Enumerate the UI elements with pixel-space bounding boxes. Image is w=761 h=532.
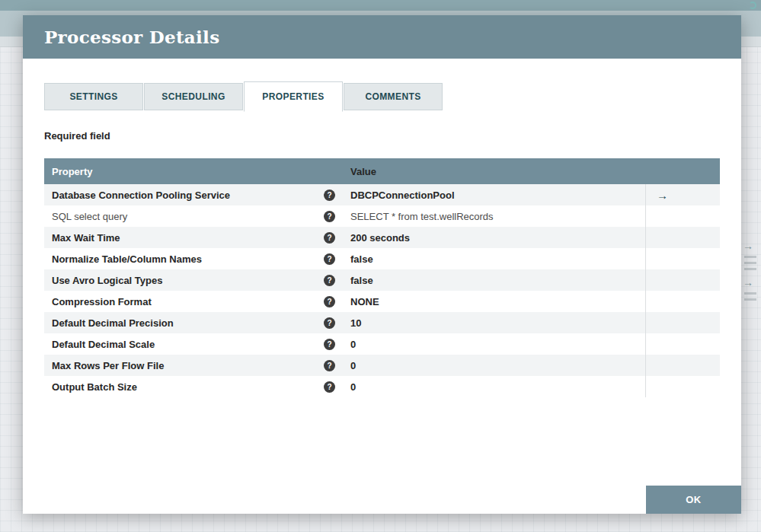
- dialog-title: Processor Details: [44, 27, 219, 47]
- property-name: Default Decimal Precision: [52, 317, 174, 329]
- action-cell: →: [645, 184, 720, 205]
- ok-button[interactable]: OK: [646, 486, 741, 514]
- action-cell: [645, 205, 720, 227]
- action-cell: [645, 269, 720, 291]
- table-row: Max Rows Per Flow File ? 0: [44, 355, 720, 376]
- table-row: Normalize Table/Column Names ? false: [44, 248, 720, 269]
- action-cell: [645, 333, 720, 355]
- help-icon[interactable]: ?: [324, 275, 335, 286]
- table-row: Max Wait Time ? 200 seconds: [44, 227, 720, 248]
- action-cell: [645, 291, 720, 312]
- help-icon[interactable]: ?: [324, 253, 335, 265]
- property-value: 0: [341, 355, 645, 376]
- tab-properties[interactable]: PROPERTIES: [244, 81, 343, 112]
- property-value: 0: [341, 333, 645, 355]
- dialog-header: Processor Details: [23, 15, 741, 59]
- action-cell: [645, 312, 720, 333]
- property-name: Max Rows Per Flow File: [52, 360, 164, 371]
- property-cell: Normalize Table/Column Names ?: [44, 248, 341, 269]
- table-header-row: Property Value: [44, 158, 720, 184]
- property-value: 10: [341, 312, 645, 333]
- property-value: DBCPConnectionPool: [341, 184, 645, 205]
- property-name: Database Connection Pooling Service: [52, 190, 230, 201]
- property-value: 200 seconds: [341, 227, 645, 248]
- help-icon[interactable]: ?: [324, 296, 335, 307]
- property-cell: Compression Format ?: [44, 291, 341, 312]
- help-icon[interactable]: ?: [324, 360, 335, 371]
- column-header-action: [645, 158, 720, 184]
- property-name: SQL select query: [52, 211, 127, 222]
- action-cell: [645, 227, 720, 248]
- property-cell: Database Connection Pooling Service ?: [44, 184, 341, 205]
- help-icon[interactable]: ?: [324, 190, 335, 201]
- column-header-value: Value: [341, 158, 645, 184]
- property-name: Compression Format: [52, 296, 152, 307]
- property-name: Max Wait Time: [52, 232, 120, 244]
- tab-settings[interactable]: SETTINGS: [44, 83, 143, 110]
- property-value: false: [341, 248, 645, 269]
- column-header-property-label: Property: [52, 166, 92, 177]
- help-icon[interactable]: ?: [324, 232, 335, 244]
- property-name: Default Decimal Scale: [52, 339, 155, 350]
- dialog-body: SETTINGS SCHEDULING PROPERTIES COMMENTS …: [23, 81, 741, 397]
- property-cell: SQL select query ?: [44, 205, 341, 227]
- action-cell: [645, 376, 720, 397]
- action-cell: [645, 355, 720, 376]
- property-value: false: [341, 269, 645, 291]
- processor-details-dialog: Processor Details SETTINGS SCHEDULING PR…: [23, 15, 741, 514]
- help-icon[interactable]: ?: [324, 381, 335, 393]
- help-icon[interactable]: ?: [324, 339, 335, 350]
- property-cell: Max Rows Per Flow File ?: [44, 355, 341, 376]
- tab-comments[interactable]: COMMENTS: [344, 83, 443, 110]
- table-row: Database Connection Pooling Service ? DB…: [44, 184, 720, 205]
- property-cell: Default Decimal Scale ?: [44, 333, 341, 355]
- property-cell: Output Batch Size ?: [44, 376, 341, 397]
- property-name: Output Batch Size: [52, 381, 137, 393]
- property-cell: Default Decimal Precision ?: [44, 312, 341, 333]
- table-row: Default Decimal Precision ? 10: [44, 312, 720, 333]
- required-field-label: Required field: [44, 130, 720, 142]
- help-icon[interactable]: ?: [324, 211, 335, 222]
- column-header-property: Property: [44, 158, 341, 184]
- property-cell: Use Avro Logical Types ?: [44, 269, 341, 291]
- action-cell: [645, 248, 720, 269]
- property-value: SELECT * from test.wellRecords: [341, 205, 645, 227]
- tab-scheduling[interactable]: SCHEDULING: [144, 83, 243, 110]
- property-value: NONE: [341, 291, 645, 312]
- property-name: Normalize Table/Column Names: [52, 253, 202, 265]
- go-to-service-icon[interactable]: →: [657, 189, 668, 202]
- table-row: Output Batch Size ? 0: [44, 376, 720, 397]
- table-row: Use Avro Logical Types ? false: [44, 269, 720, 291]
- help-icon[interactable]: ?: [324, 317, 335, 329]
- property-name: Use Avro Logical Types: [52, 275, 162, 286]
- tab-bar: SETTINGS SCHEDULING PROPERTIES COMMENTS: [44, 81, 720, 112]
- table-row: SQL select query ? SELECT * from test.we…: [44, 205, 720, 227]
- properties-table: Property Value Database Connection Pooli…: [44, 158, 720, 397]
- property-cell: Max Wait Time ?: [44, 227, 341, 248]
- property-value: 0: [341, 376, 645, 397]
- table-row: Default Decimal Scale ? 0: [44, 333, 720, 355]
- table-row: Compression Format ? NONE: [44, 291, 720, 312]
